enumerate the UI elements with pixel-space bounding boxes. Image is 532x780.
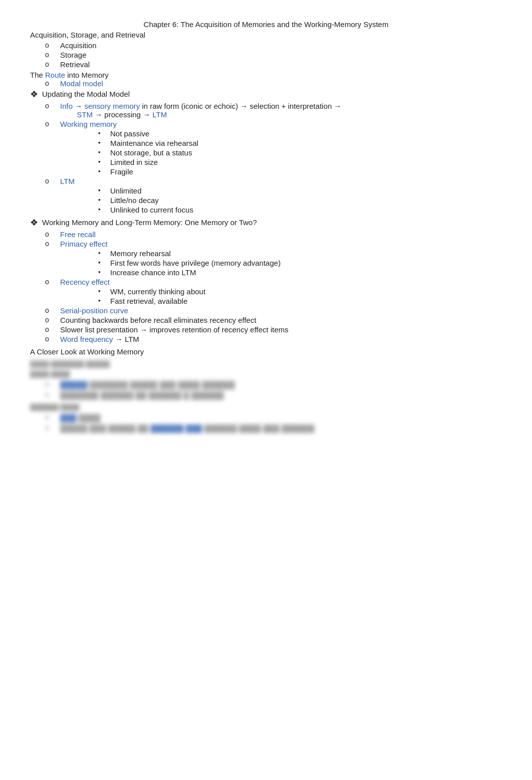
blurred-block-2: ▓▓▓▓▓▓ ▓▓▓▓ ▓▓▓ ▓▓▓▓ ▓▓▓▓▓ ▓▓▓ ▓▓▓▓▓ ▓▓ …	[30, 403, 502, 432]
blurred-line: ▓▓▓▓▓▓ ▓▓▓▓	[30, 403, 162, 411]
arrow-word-freq: →	[115, 335, 125, 343]
arrow2: →	[240, 102, 247, 110]
route-header: The Route into Memory	[30, 71, 502, 79]
blurred-line: ▓▓▓▓ ▓▓▓▓▓▓▓ ▓▓▓▓▓	[30, 360, 209, 367]
blurred-list-2: ▓▓▓ ▓▓▓▓ ▓▓▓▓▓ ▓▓▓ ▓▓▓▓▓ ▓▓ ▓▓▓▓▓▓ ▓▓▓ ▓…	[30, 413, 502, 432]
updating-section: ❖ Updating the Modal Model	[30, 90, 502, 100]
ltm-item: LTM Unlimited Little/no decay Unlinked t…	[30, 177, 502, 214]
chapter-title: Chapter 6: The Acquisition of Memories a…	[30, 20, 502, 29]
ltm-link1[interactable]: LTM	[152, 110, 167, 119]
info-middle: in raw form (iconic or echoic)	[142, 102, 240, 110]
free-recall-link[interactable]: Free recall	[60, 230, 96, 239]
acquisition-header: Acquisition, Storage, and Retrieval	[30, 31, 502, 39]
list-item: Unlinked to current focus	[60, 206, 502, 214]
recency-effect-list: WM, currently thinking about Fast retrie…	[60, 287, 502, 305]
diamond-bullet2: ❖	[30, 217, 38, 228]
serial-position-link[interactable]: Serial-position curve	[60, 306, 128, 315]
processing-text: processing	[104, 110, 143, 119]
info-item: Info → sensory memory in raw form (iconi…	[30, 102, 502, 119]
arrow1: →	[75, 102, 84, 110]
primacy-effect-list: Memory rehearsal First few words have pr…	[60, 249, 502, 277]
list-item: Limited in size	[60, 158, 502, 166]
list-item: Fragile	[60, 167, 502, 176]
blurred-item: ▓▓▓▓▓ ▓▓▓▓▓▓▓ ▓▓▓▓▓ ▓▓▓ ▓▓▓▓ ▓▓▓▓▓▓	[30, 380, 502, 388]
list-item: Increase chance into LTM	[60, 268, 502, 277]
recency-effect-item: Recency effect WM, currently thinking ab…	[30, 278, 502, 305]
list-item: Not passive	[60, 129, 502, 138]
primacy-effect-link[interactable]: Primacy effect	[60, 240, 108, 248]
wm-ltm-section: ❖ Working Memory and Long-Term Memory: O…	[30, 218, 502, 228]
updating-header: Updating the Modal Model	[42, 90, 130, 98]
recency-effect-link[interactable]: Recency effect	[60, 278, 110, 286]
list-item: Modal model	[30, 79, 502, 88]
modal-model-link[interactable]: Modal model	[60, 79, 103, 88]
list-item: Little/no decay	[60, 196, 502, 205]
word-frequency-ltm: LTM	[125, 335, 139, 343]
info-link[interactable]: Info	[60, 102, 73, 110]
list-item: Maintenance via rehearsal	[60, 139, 502, 147]
slower-list-item: Slower list presentation → improves rete…	[30, 325, 502, 334]
free-recall-item: Free recall	[30, 230, 502, 239]
list-item: Storage	[30, 51, 502, 59]
diamond-bullet: ❖	[30, 89, 38, 100]
acquisition-list: Acquisition Storage Retrieval	[30, 41, 502, 69]
working-memory-item: Working memory Not passive Maintenance v…	[30, 120, 502, 176]
blurred-list-1: ▓▓▓▓▓ ▓▓▓▓▓▓▓ ▓▓▓▓▓ ▓▓▓ ▓▓▓▓ ▓▓▓▓▓▓ ▓▓▓▓…	[30, 380, 502, 399]
ltm-link2[interactable]: LTM	[60, 177, 75, 185]
list-item: Not storage, but a status	[60, 148, 502, 157]
list-item: Acquisition	[30, 41, 502, 50]
word-frequency-item: Word frequency → LTM	[30, 335, 502, 343]
list-item: Memory rehearsal	[60, 249, 502, 258]
arrow4: →	[95, 110, 104, 119]
wm-ltm-header: Working Memory and Long-Term Memory: One…	[42, 218, 257, 227]
working-memory-link[interactable]: Working memory	[60, 120, 117, 128]
list-item: Fast retrieval, available	[60, 297, 502, 305]
wm-ltm-list: Free recall Primacy effect Memory rehear…	[30, 230, 502, 343]
closer-look-header: A Closer Look at Working Memory	[30, 347, 502, 356]
arrow3: →	[334, 102, 342, 110]
ltm-list: Unlimited Little/no decay Unlinked to cu…	[60, 186, 502, 214]
updating-list: Info → sensory memory in raw form (iconi…	[30, 102, 502, 214]
list-item: Unlimited	[60, 186, 502, 195]
stm-link[interactable]: STM	[77, 110, 93, 119]
list-item: WM, currently thinking about	[60, 287, 502, 296]
primacy-effect-item: Primacy effect Memory rehearsal First fe…	[30, 240, 502, 277]
info-selection: selection + interpretation	[249, 102, 334, 110]
arrow5: →	[143, 110, 152, 119]
blurred-item: ▓▓▓▓▓ ▓▓▓ ▓▓▓▓▓ ▓▓ ▓▓▓▓▓▓ ▓▓▓ ▓▓▓▓▓▓ ▓▓▓…	[30, 424, 502, 432]
blurred-line: ▓▓▓▓ ▓▓▓▓	[30, 370, 134, 377]
counting-back-item: Counting backwards before recall elimina…	[30, 316, 502, 324]
serial-position-item: Serial-position curve	[30, 306, 502, 315]
route-link[interactable]: Route	[45, 71, 65, 79]
blurred-item: ▓▓▓ ▓▓▓▓	[30, 413, 502, 422]
blurred-item: ▓▓▓▓▓▓▓ ▓▓▓▓▓▓ ▓▓ ▓▓▓▓▓▓ ▓ ▓▓▓▓▓▓	[30, 391, 502, 399]
list-item: First few words have privilege (memory a…	[60, 259, 502, 267]
blurred-block-1: ▓▓▓▓ ▓▓▓▓▓▓▓ ▓▓▓▓▓ ▓▓▓▓ ▓▓▓▓ ▓▓▓▓▓ ▓▓▓▓▓…	[30, 360, 502, 399]
working-memory-list: Not passive Maintenance via rehearsal No…	[60, 129, 502, 176]
arrow-slower: →	[140, 325, 147, 334]
sensory-memory-link[interactable]: sensory memory	[84, 102, 140, 110]
list-item: Retrieval	[30, 60, 502, 69]
word-frequency-link[interactable]: Word frequency	[60, 335, 113, 343]
route-list: Modal model	[30, 79, 502, 88]
